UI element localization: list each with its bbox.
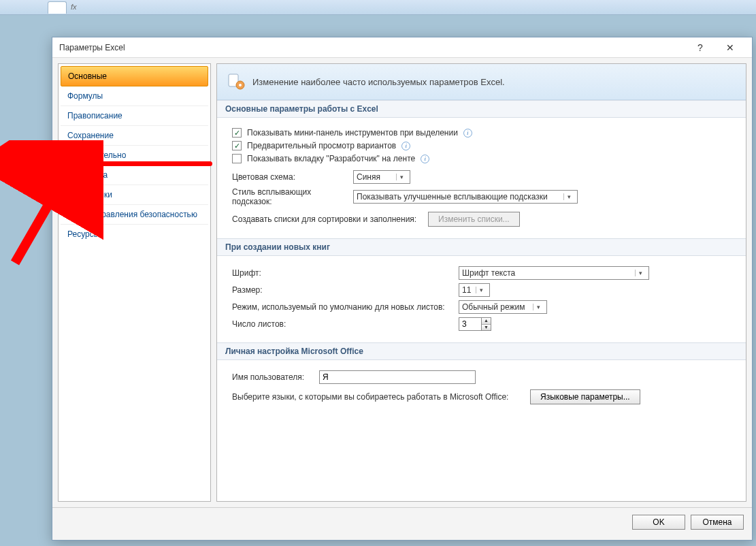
section-basics-title: Основные параметры работы с Excel (217, 100, 746, 118)
size-select[interactable]: 11 ▾ (459, 283, 490, 297)
nav-item-addins[interactable]: Надстройки (61, 185, 208, 205)
checkbox-mini-panel[interactable]: ✓ (232, 128, 242, 138)
color-scheme-value: Синяя (357, 172, 380, 182)
nav-item-main[interactable]: Основные (61, 66, 208, 86)
tooltip-style-value: Показывать улучшенные всплывающие подска… (357, 192, 548, 202)
size-value: 11 (462, 285, 471, 295)
sheet-count-label: Число листов: (232, 319, 453, 329)
info-icon[interactable]: i (463, 129, 472, 138)
formula-bar-fx-icon: fx (71, 3, 77, 11)
checkbox-developer-tab-label: Показывать вкладку "Разработчик" на лент… (247, 154, 415, 163)
sheet-count-input[interactable] (459, 317, 482, 331)
app-ribbon-strip: fx (0, 0, 756, 15)
chevron-down-icon: ▾ (476, 287, 487, 293)
color-scheme-select[interactable]: Синяя ▾ (353, 170, 410, 184)
color-scheme-label: Цветовая схема: (232, 172, 348, 182)
excel-options-dialog: Параметры Excel ? ✕ Основные Формулы Пра… (52, 37, 753, 541)
sheet-tab[interactable] (48, 1, 67, 14)
checkbox-live-preview[interactable]: ✓ (232, 141, 242, 150)
username-input[interactable] (319, 370, 476, 384)
section-basics-body: ✓ Показывать мини-панель инструментов пр… (217, 118, 746, 238)
content-header-text: Изменение наиболее часто используемых па… (252, 77, 505, 87)
help-button[interactable]: ? (685, 38, 715, 57)
chevron-down-icon: ▾ (396, 174, 407, 180)
ok-button[interactable]: OK (632, 515, 685, 530)
custom-lists-label: Создавать списки для сортировки и заполн… (232, 214, 423, 224)
tooltip-style-label: Стиль всплывающих подсказок: (232, 187, 348, 206)
dialog-footer: OK Отмена (52, 507, 752, 536)
nav-item-trustcenter[interactable]: Центр управления безопасностью (61, 205, 208, 225)
section-newbook-body: Шрифт: Шрифт текста ▾ Размер: 11 ▾ Режим… (217, 256, 746, 342)
sheet-count-spinner[interactable]: ▲ ▼ (459, 317, 491, 331)
font-label: Шрифт: (232, 268, 453, 278)
default-view-select[interactable]: Обычный режим ▾ (459, 300, 547, 314)
section-personal-title: Личная настройка Microsoft Office (217, 342, 746, 360)
nav-item-advanced-label: Дополнительно (67, 150, 126, 160)
chevron-down-icon: ▾ (635, 270, 646, 276)
content-header: Изменение наиболее часто используемых па… (217, 64, 746, 100)
nav-item-save[interactable]: Сохранение (61, 126, 208, 146)
spinner-down-icon[interactable]: ▼ (482, 325, 491, 331)
font-value: Шрифт текста (462, 268, 515, 278)
dialog-title: Параметры Excel (59, 37, 125, 58)
checkbox-developer-tab[interactable] (232, 154, 242, 163)
edit-lists-button[interactable]: Изменить списки... (428, 212, 520, 227)
checkbox-mini-panel-label: Показывать мини-панель инструментов при … (247, 128, 458, 138)
info-icon[interactable]: i (401, 142, 410, 150)
tooltip-style-select[interactable]: Показывать улучшенные всплывающие подска… (353, 190, 578, 204)
info-icon[interactable]: i (421, 155, 429, 163)
username-label: Имя пользователя: (232, 372, 314, 382)
options-nav: Основные Формулы Правописание Сохранение… (58, 63, 211, 502)
section-personal-body: Имя пользователя: Выберите языки, с кото… (217, 360, 746, 416)
chevron-down-icon: ▾ (563, 193, 574, 200)
default-view-label: Режим, используемый по умолчанию для нов… (232, 302, 453, 312)
checkbox-live-preview-label: Предварительный просмотр вариантов (247, 141, 396, 150)
size-label: Размер: (232, 285, 453, 295)
default-view-value: Обычный режим (462, 302, 525, 312)
svg-point-2 (239, 84, 242, 86)
options-content: Изменение наиболее часто используемых па… (216, 63, 746, 502)
language-hint: Выберите языки, с которыми вы собираетес… (232, 392, 525, 402)
settings-icon (227, 72, 246, 91)
spinner-up-icon[interactable]: ▲ (482, 318, 491, 325)
dialog-titlebar[interactable]: Параметры Excel ? ✕ (52, 37, 752, 58)
language-settings-button[interactable]: Языковые параметры... (530, 389, 640, 404)
nav-item-proofing[interactable]: Правописание (61, 106, 208, 126)
chevron-down-icon: ▾ (533, 304, 544, 310)
nav-item-formulas[interactable]: Формулы (61, 86, 208, 106)
nav-item-customize[interactable]: Настройка (61, 165, 208, 185)
nav-item-advanced[interactable]: Дополнительно (61, 146, 208, 165)
font-select[interactable]: Шрифт текста ▾ (459, 266, 649, 280)
close-button[interactable]: ✕ (715, 38, 745, 57)
section-newbook-title: При создании новых книг (217, 238, 746, 256)
cancel-button[interactable]: Отмена (691, 515, 744, 530)
nav-item-resources[interactable]: Ресурсы (61, 225, 208, 244)
